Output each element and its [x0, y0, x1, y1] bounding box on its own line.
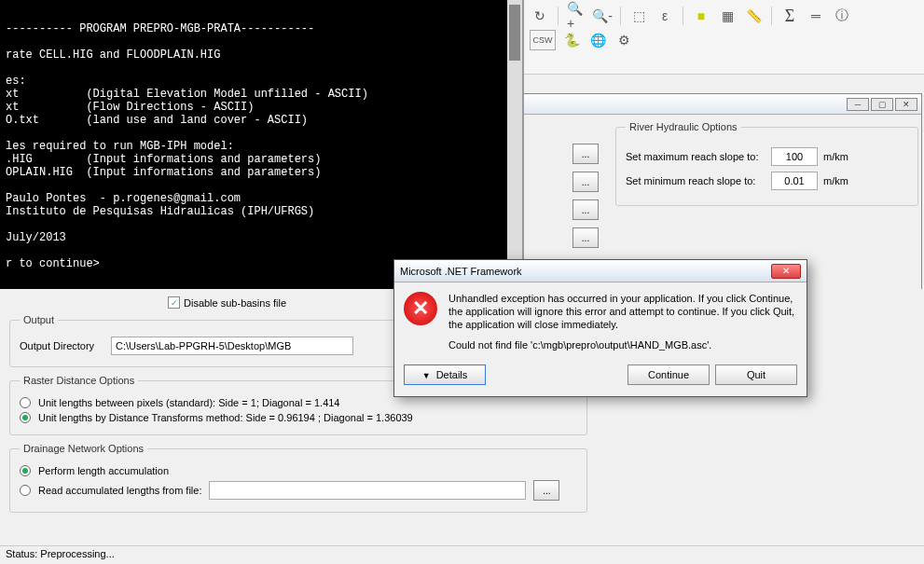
disable-subbasins-checkbox[interactable]: ✓: [168, 296, 180, 309]
quit-button[interactable]: Quit: [715, 365, 797, 385]
browse-button-1[interactable]: ...: [572, 144, 599, 164]
refresh-icon[interactable]: ↻: [530, 6, 550, 26]
error-icon: ✕: [404, 292, 437, 325]
output-dir-input[interactable]: [111, 337, 353, 355]
python-icon[interactable]: 🐍: [561, 30, 582, 50]
drain-opt1-radio[interactable]: [20, 465, 31, 476]
raster-opt1-radio[interactable]: [20, 397, 31, 408]
browse-button-4[interactable]: ...: [572, 227, 599, 248]
status-text: Status: Preprocessing...: [6, 548, 115, 559]
min-slope-label: Set minimum reach slope to:: [626, 175, 765, 186]
error-dialog: Microsoft .NET Framework ✕ ✕ Unhandled e…: [393, 259, 807, 397]
sigma-icon[interactable]: Σ: [779, 6, 800, 26]
accum-browse-button[interactable]: ...: [533, 480, 559, 501]
hydraulic-panel: River Hydraulic Options Set maximum reac…: [615, 121, 918, 213]
console-window: ---------- PROGRAM PREPRO-MGB-PRATA-----…: [0, 0, 524, 289]
output-dir-label: Output Directory: [20, 340, 103, 351]
max-slope-input[interactable]: [771, 147, 818, 166]
minimize-button[interactable]: ─: [847, 98, 869, 111]
ide-toolbar: ↻ 🔍+ 🔍- ⬚ ε ■ ▦ 📏 Σ ═ ⓘ CSW 🐍 🌐 ⚙: [524, 0, 924, 75]
details-button[interactable]: ▼Details: [404, 365, 486, 385]
raster-opt1-label: Unit lengths between pixels (standard): …: [38, 397, 339, 408]
drain-opt2-label: Read accumulated lengths from file:: [38, 485, 201, 496]
drain-opt2-radio[interactable]: [20, 485, 31, 496]
raster-opt2-radio[interactable]: [20, 412, 31, 423]
error-message-1: Unhandled exception has occurred in your…: [448, 292, 797, 331]
drain-legend: Drainage Network Options: [20, 443, 147, 454]
browse-column: ... ... ... ...: [572, 144, 599, 248]
raster-opt2-label: Unit lengths by Distance Transforms meth…: [38, 412, 413, 423]
status-bar: Status: Preprocessing...: [0, 545, 924, 564]
globe-icon[interactable]: 🌐: [587, 30, 608, 50]
ruler-icon[interactable]: ═: [806, 6, 826, 26]
browse-button-2[interactable]: ...: [572, 172, 599, 192]
marker-yellow-icon[interactable]: ■: [691, 6, 711, 26]
maximize-button[interactable]: ▢: [871, 98, 893, 111]
select-icon[interactable]: ⬚: [628, 6, 649, 26]
error-close-button[interactable]: ✕: [771, 264, 801, 279]
gear-icon[interactable]: ⚙: [614, 30, 634, 50]
measure-icon[interactable]: 📏: [743, 6, 764, 26]
zoom-in-icon[interactable]: 🔍+: [566, 6, 586, 26]
accum-file-input[interactable]: [209, 481, 526, 500]
unit-mkm-2: m/km: [823, 175, 848, 186]
raster-legend: Raster Distance Options: [20, 375, 138, 386]
min-slope-input[interactable]: [771, 172, 818, 190]
browse-button-3[interactable]: ...: [572, 199, 599, 220]
close-button[interactable]: ✕: [895, 98, 917, 111]
grid-icon[interactable]: ▦: [717, 6, 738, 26]
disable-subbasins-label: Disable sub-basins file: [184, 297, 286, 309]
max-slope-label: Set maximum reach slope to:: [626, 151, 765, 162]
window-titlebar: ─ ▢ ✕: [523, 94, 921, 115]
csw-badge[interactable]: CSW: [530, 30, 556, 50]
deselect-icon[interactable]: ε: [655, 6, 675, 26]
output-legend: Output: [20, 314, 58, 325]
error-message-2: Could not find file 'c:\mgb\prepro\outpu…: [448, 338, 797, 351]
info-icon[interactable]: ⓘ: [832, 6, 852, 26]
zoom-out-icon[interactable]: 🔍-: [592, 6, 613, 26]
error-title: Microsoft .NET Framework: [400, 266, 522, 277]
continue-button[interactable]: Continue: [627, 365, 710, 385]
unit-mkm-1: m/km: [823, 151, 848, 162]
console-scrollbar[interactable]: [507, 0, 522, 289]
hydro-legend: River Hydraulic Options: [626, 121, 741, 132]
drain-opt1-label: Perform length accumulation: [38, 465, 169, 476]
